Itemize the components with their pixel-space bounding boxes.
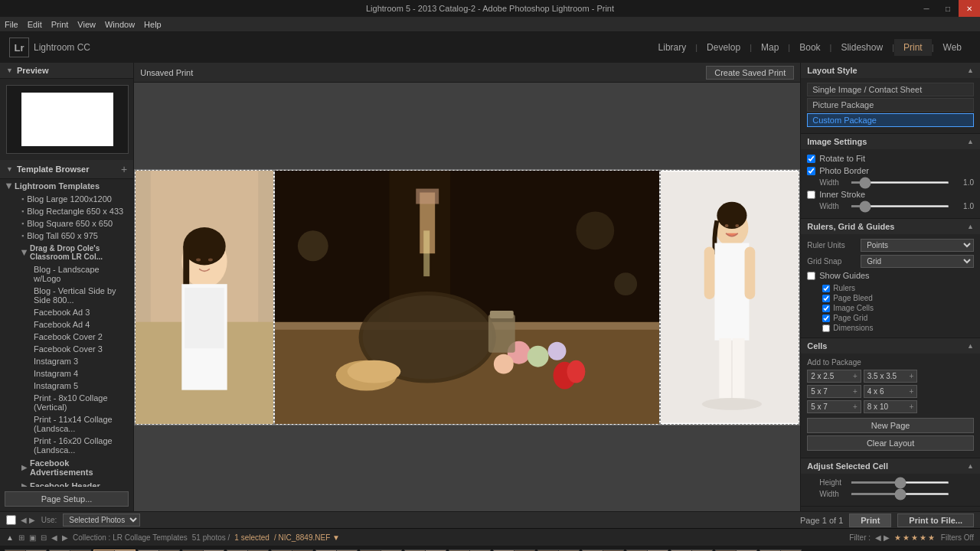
clear-layout-button[interactable]: Clear Layout — [807, 435, 974, 451]
svg-rect-27 — [416, 188, 439, 204]
star-rating[interactable]: ★★★★★ — [894, 533, 936, 542]
add-template-button[interactable]: + — [121, 163, 127, 175]
layout-picture-package[interactable]: Picture Package — [807, 98, 974, 112]
template-fb-cover2[interactable]: Facebook Cover 2 — [0, 331, 133, 343]
ruler-units-select[interactable]: Points Inches Centimeters — [861, 239, 974, 252]
menu-window[interactable]: Window — [105, 20, 135, 29]
inner-stroke-checkbox[interactable] — [807, 191, 815, 199]
template-blog-tall[interactable]: ▪Blog Tall 650 x 975 — [0, 230, 133, 242]
create-saved-print-button[interactable]: Create Saved Print — [706, 66, 794, 80]
template-blog-landscape[interactable]: Blog - Landscape w/Logo — [0, 263, 133, 285]
template-blog-rect[interactable]: ▪Blog Rectangle 650 x 433 — [0, 205, 133, 217]
maximize-button[interactable]: □ — [937, 0, 959, 17]
cell-4x6[interactable]: 4 x 6 + — [864, 385, 918, 398]
template-print-11x14[interactable]: Print - 11x14 Collage (Landsca... — [0, 413, 133, 435]
guide-page-grid-checkbox[interactable] — [822, 315, 830, 322]
adjust-cell-header[interactable]: Adjust Selected Cell ▲ — [801, 458, 980, 474]
menu-print[interactable]: Print — [51, 20, 69, 29]
nav-map[interactable]: Map — [752, 39, 788, 56]
show-guides-checkbox[interactable] — [807, 272, 815, 280]
rotate-to-fit-checkbox[interactable] — [807, 155, 815, 163]
svg-point-21 — [567, 360, 586, 383]
print-button[interactable]: Print — [849, 514, 891, 527]
template-fb-ad4[interactable]: Facebook Ad 4 — [0, 318, 133, 331]
use-select[interactable]: Selected Photos All Photos — [63, 514, 140, 527]
view-grid-icon[interactable]: ⊞ — [18, 533, 24, 542]
template-print-16x20[interactable]: Print - 16x20 Collage (Landsca... — [0, 435, 133, 456]
template-fb-cover3[interactable]: Facebook Cover 3 — [0, 343, 133, 355]
page-setup-button[interactable]: Page Setup... — [5, 491, 129, 507]
filter-arrows[interactable]: ◀ ▶ — [875, 533, 890, 542]
cell-35x35[interactable]: 3.5 x 3.5 + — [864, 370, 918, 383]
nav-book[interactable]: Book — [790, 39, 829, 56]
menu-edit[interactable]: Edit — [28, 20, 42, 29]
bottom-bar: ◀ ▶ Use: Selected Photos All Photos Page… — [0, 511, 980, 528]
layout-style-header[interactable]: Layout Style ▲ — [801, 63, 980, 78]
menu-file[interactable]: File — [5, 20, 18, 29]
folder-lightroom-templates[interactable]: ▶ Lightroom Templates — [0, 179, 133, 193]
cell-width-slider[interactable] — [851, 493, 949, 495]
image-settings-header[interactable]: Image Settings ▲ — [801, 134, 980, 149]
template-browser-header[interactable]: ▼ Template Browser + — [0, 160, 133, 179]
nav-slideshow[interactable]: Slideshow — [831, 39, 892, 56]
cell-5x7-1[interactable]: 5 x 7 + — [807, 385, 861, 398]
nav-prev[interactable]: ◀ — [51, 533, 57, 542]
view-single-icon[interactable]: ▣ — [29, 533, 36, 542]
window-controls[interactable]: ─ □ ✕ — [916, 0, 980, 17]
view-compare-icon[interactable]: ⊟ — [41, 533, 47, 542]
svg-rect-24 — [488, 314, 515, 352]
nav-library[interactable]: Library — [649, 39, 696, 56]
template-print-8x10[interactable]: Print - 8x10 Collage (Vertical) — [0, 392, 133, 413]
template-fb-ad3[interactable]: Facebook Ad 3 — [0, 306, 133, 318]
preview-header[interactable]: ▼ Preview — [0, 63, 133, 79]
filter-label: Filter : — [849, 533, 871, 542]
template-instagram5[interactable]: Instagram 5 — [0, 380, 133, 392]
template-blog-vertical[interactable]: Blog - Vertical Side by Side 800... — [0, 285, 133, 306]
image-settings-body: Rotate to Fit Photo Border Width 1.0 Inn… — [801, 149, 980, 218]
grid-snap-select[interactable]: Grid Off — [861, 255, 974, 268]
cells-header[interactable]: Cells ▲ — [801, 338, 980, 354]
close-button[interactable]: ✕ — [959, 0, 980, 17]
photo-cell-left[interactable] — [135, 170, 274, 425]
cell-height-slider[interactable] — [851, 481, 949, 484]
print-to-file-button[interactable]: Print to File... — [897, 514, 974, 527]
new-page-button[interactable]: New Page — [807, 418, 974, 433]
nav-develop[interactable]: Develop — [697, 39, 750, 56]
ruler-units-label: Ruler Units — [807, 241, 857, 249]
minimize-button[interactable]: ─ — [916, 0, 937, 17]
rulers-grid-header[interactable]: Rulers, Grid & Guides ▲ — [801, 219, 980, 234]
guide-dimensions-checkbox[interactable] — [822, 324, 830, 332]
photo-border-checkbox[interactable] — [807, 167, 815, 175]
layout-custom-package[interactable]: Custom Package — [807, 113, 974, 127]
nav-next[interactable]: ▶ — [62, 533, 68, 542]
show-guides-label: Show Guides — [819, 271, 869, 280]
layout-single-image[interactable]: Single Image / Contact Sheet — [807, 83, 974, 96]
folder-drag-drop[interactable]: ▶ Drag & Drop Cole's Classroom LR Col... — [0, 242, 133, 263]
cell-8x10[interactable]: 8 x 10 + — [864, 400, 918, 413]
template-instagram3[interactable]: Instagram 3 — [0, 355, 133, 367]
show-guides-row: Show Guides — [807, 271, 974, 280]
cell-5x7-2[interactable]: 5 x 7 + — [807, 400, 861, 413]
template-blog-square[interactable]: ▪Blog Square 650 x 650 — [0, 217, 133, 230]
preview-label: Preview — [17, 66, 49, 75]
inner-stroke-width-slider[interactable] — [851, 205, 949, 207]
template-instagram4[interactable]: Instagram 4 — [0, 367, 133, 380]
menu-view[interactable]: View — [77, 20, 96, 29]
photo-cell-right[interactable] — [660, 170, 799, 425]
guide-rulers-checkbox[interactable] — [822, 285, 830, 292]
guide-image-cells-checkbox[interactable] — [822, 305, 830, 312]
menu-help[interactable]: Help — [144, 20, 162, 29]
template-blog-large[interactable]: ▪Blog Large 1200x1200 — [0, 193, 133, 205]
nav-web[interactable]: Web — [934, 39, 971, 56]
cells-label: Cells — [807, 341, 827, 350]
nav-print[interactable]: Print — [894, 39, 932, 56]
folder-fb-header[interactable]: ▶ Facebook Header — [0, 479, 133, 487]
photo-cell-center[interactable] — [274, 170, 660, 425]
filmstrip-up-arrow[interactable]: ▲ — [6, 533, 14, 542]
guide-page-bleed-checkbox[interactable] — [822, 295, 830, 302]
folder-fb-ads[interactable]: ▶ Facebook Advertisements — [0, 456, 133, 479]
cell-2x25[interactable]: 2 x 2.5 + — [807, 370, 861, 383]
canvas-area[interactable] — [134, 83, 800, 511]
bottom-checkbox[interactable] — [6, 515, 16, 525]
photo-border-width-slider[interactable] — [851, 181, 949, 184]
